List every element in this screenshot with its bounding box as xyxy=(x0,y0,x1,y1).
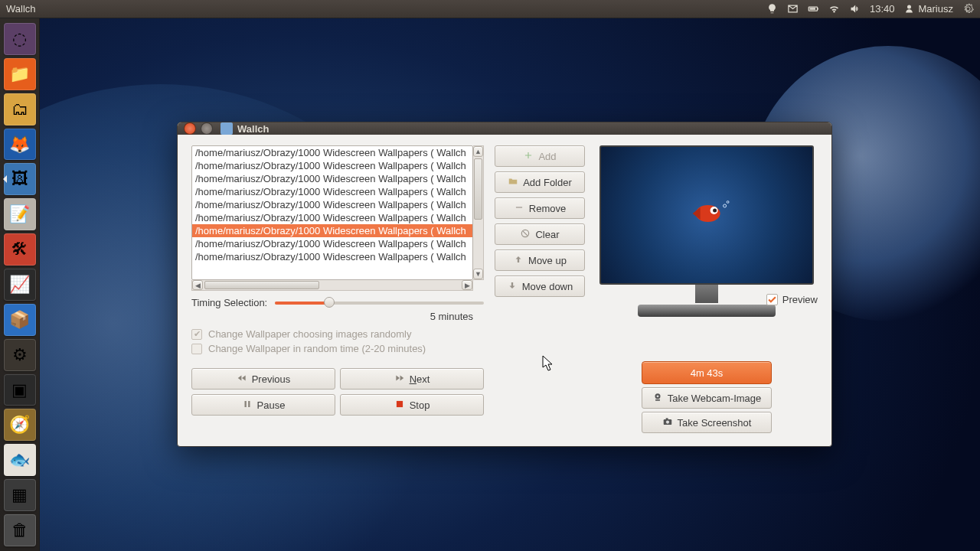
svg-rect-1 xyxy=(817,8,818,10)
panel-app-title: Wallch xyxy=(6,3,36,15)
list-vscroll[interactable]: ▲ ▼ xyxy=(473,145,484,280)
preview-display xyxy=(599,145,814,285)
remove-button[interactable]: Remove xyxy=(495,197,585,219)
vscroll-up[interactable]: ▲ xyxy=(473,146,483,157)
wallpaper-list[interactable]: /home/mariusz/Obrazy/1000 Widescreen Wal… xyxy=(191,145,473,280)
svg-rect-14 xyxy=(655,399,660,400)
take-screenshot-button[interactable]: Take Screenshot xyxy=(642,412,772,433)
indicator-mail-icon[interactable] xyxy=(787,3,799,15)
svg-rect-2 xyxy=(809,8,815,10)
launcher-terminal[interactable]: ▣ xyxy=(4,374,36,406)
indicator-user[interactable]: Mariusz xyxy=(903,3,953,15)
clear-icon xyxy=(520,228,531,241)
window-app-icon xyxy=(220,122,233,135)
launcher-files[interactable]: 📁 xyxy=(4,58,36,90)
check-random-time[interactable]: Change Wallpaper in random time (2-20 mi… xyxy=(191,343,484,354)
launcher-gedit[interactable]: 📝 xyxy=(4,198,36,230)
window-close-button[interactable] xyxy=(184,122,196,135)
launcher-workspace[interactable]: ▦ xyxy=(4,479,36,511)
svg-point-13 xyxy=(656,395,658,397)
hscroll-right[interactable]: ▶ xyxy=(462,280,472,290)
list-item[interactable]: /home/mariusz/Obrazy/1000 Widescreen Wal… xyxy=(192,146,472,159)
indicator-battery-icon[interactable] xyxy=(808,3,819,15)
next-button[interactable]: Next xyxy=(340,368,484,390)
timing-value: 5 minutes xyxy=(430,311,473,322)
hscroll-left[interactable]: ◀ xyxy=(192,280,203,290)
add-folder-button[interactable]: Add Folder xyxy=(495,171,585,193)
list-item[interactable]: /home/mariusz/Obrazy/1000 Widescreen Wal… xyxy=(192,185,472,198)
svg-point-11 xyxy=(727,201,729,204)
svg-rect-17 xyxy=(665,418,668,419)
plus-icon xyxy=(523,150,534,163)
take-webcam-button[interactable]: Take Webcam-Image xyxy=(642,387,772,409)
launcher-wallch[interactable]: 🖼 xyxy=(4,163,36,195)
minus-icon xyxy=(514,202,524,215)
list-item[interactable]: /home/mariusz/Obrazy/1000 Widescreen Wal… xyxy=(192,224,472,237)
hscroll-thumb[interactable] xyxy=(204,281,319,289)
list-item[interactable]: /home/mariusz/Obrazy/1000 Widescreen Wal… xyxy=(192,211,472,224)
arrow-down-icon xyxy=(507,280,518,293)
svg-rect-4 xyxy=(516,207,522,207)
add-button[interactable]: Add xyxy=(495,145,585,167)
indicator-network-icon[interactable] xyxy=(828,3,840,15)
check-random-images[interactable]: ✔ Change Wallpaper choosing images rando… xyxy=(191,328,484,340)
svg-rect-3 xyxy=(397,400,403,406)
stop-button[interactable]: Stop xyxy=(340,394,484,416)
launcher-firefox[interactable]: 🦊 xyxy=(4,129,36,161)
top-panel: Wallch 13:40 Mariusz xyxy=(0,0,980,18)
svg-point-9 xyxy=(713,209,717,213)
list-item[interactable]: /home/mariusz/Obrazy/1000 Widescreen Wal… xyxy=(192,159,472,172)
launcher-dropbox[interactable]: 📦 xyxy=(4,304,36,336)
indicator-clock[interactable]: 13:40 xyxy=(870,3,895,15)
list-item[interactable]: /home/mariusz/Obrazy/1000 Widescreen Wal… xyxy=(192,172,472,185)
launcher-home[interactable]: 🗂 xyxy=(4,93,36,126)
next-label-rest: ext xyxy=(416,373,430,385)
list-hscroll[interactable]: ◀ ▶ xyxy=(191,280,473,291)
wallch-window: Wallch /home/mariusz/Obrazy/1000 Widescr… xyxy=(177,122,832,447)
vscroll-down[interactable]: ▼ xyxy=(473,269,483,279)
window-titlebar[interactable]: Wallch xyxy=(178,122,831,135)
clear-button[interactable]: Clear xyxy=(495,223,585,245)
rewind-icon xyxy=(237,373,247,386)
timer-display[interactable]: 4m 43s xyxy=(642,361,772,384)
arrow-up-icon xyxy=(513,254,524,267)
move-down-button[interactable]: Move down xyxy=(495,276,585,297)
launcher-software[interactable]: 🛠 xyxy=(4,233,36,266)
launcher-goldfish[interactable]: 🐟 xyxy=(4,444,36,476)
camera-icon xyxy=(662,416,673,429)
indicator-sound-icon[interactable] xyxy=(849,3,861,15)
mouse-cursor xyxy=(542,355,554,375)
launcher-compass[interactable]: 🧭 xyxy=(4,409,36,441)
previous-button[interactable]: Previous xyxy=(191,368,335,390)
timing-label: Timing Selection: xyxy=(191,297,267,308)
preview-checkbox[interactable]: Preview xyxy=(766,294,818,305)
launcher-trash[interactable]: 🗑 xyxy=(4,514,36,546)
pause-button[interactable]: Pause xyxy=(191,394,335,416)
timing-slider[interactable] xyxy=(275,295,484,309)
stop-icon xyxy=(394,399,405,412)
move-up-button[interactable]: Move up xyxy=(495,249,585,271)
indicator-session-icon[interactable] xyxy=(962,3,974,15)
svg-point-10 xyxy=(724,204,727,207)
window-title: Wallch xyxy=(237,123,269,135)
svg-point-16 xyxy=(666,420,669,423)
window-minimize-button[interactable] xyxy=(201,122,213,135)
list-item[interactable]: /home/mariusz/Obrazy/1000 Widescreen Wal… xyxy=(192,250,472,263)
launcher-dash[interactable]: ◌ xyxy=(4,23,36,55)
launcher: ◌📁🗂🦊🖼📝🛠📈📦⚙▣🧭🐟▦🗑 xyxy=(0,18,40,551)
list-item[interactable]: /home/mariusz/Obrazy/1000 Widescreen Wal… xyxy=(192,237,472,250)
svg-line-6 xyxy=(524,231,528,236)
pause-icon xyxy=(242,399,253,412)
vscroll-thumb[interactable] xyxy=(474,158,482,220)
launcher-settings[interactable]: ⚙ xyxy=(4,339,36,371)
indicator-bulb-icon[interactable] xyxy=(766,3,778,15)
forward-icon xyxy=(394,373,405,386)
launcher-monitor[interactable]: 📈 xyxy=(4,269,36,301)
list-item[interactable]: /home/mariusz/Obrazy/1000 Widescreen Wal… xyxy=(192,198,472,211)
monitor-stand xyxy=(630,285,783,317)
folder-icon xyxy=(508,176,518,189)
webcam-icon xyxy=(652,392,663,405)
